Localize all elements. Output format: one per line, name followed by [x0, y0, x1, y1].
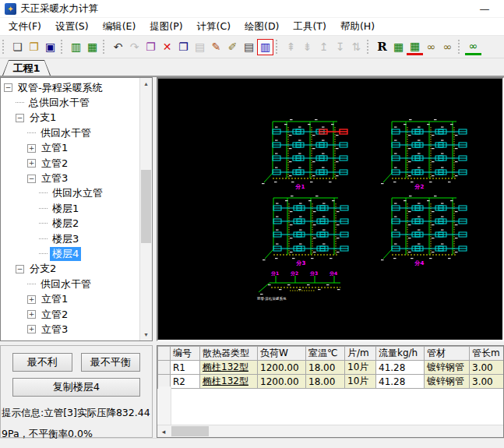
menu-item-7[interactable]: 工具(T) [286, 19, 333, 35]
cell-管长m[interactable]: 3.00 [470, 375, 504, 389]
cell-散热器类型[interactable]: 椭柱132型 [200, 361, 258, 375]
tree-label: 立管1 [39, 141, 70, 155]
cell-室温℃[interactable]: 18.00 [306, 361, 345, 375]
most-unfavorable-button[interactable]: 最不利 [12, 353, 72, 372]
tree-item-立管3[interactable]: −立管3 [1, 171, 152, 185]
cell-室温℃[interactable]: 18.00 [306, 375, 345, 389]
menu-item-1[interactable]: 文件(F) [2, 19, 48, 35]
expand-icon[interactable]: + [27, 159, 36, 168]
cell-片/m[interactable]: 10片 [345, 375, 376, 389]
new-file-button[interactable]: ❏ [9, 39, 26, 55]
cell-负荷W[interactable]: 1200.00 [258, 375, 306, 389]
recalculate-button[interactable]: R [374, 39, 390, 55]
riser-diagram-button[interactable]: ▥ [68, 39, 84, 55]
tree-item-楼层1[interactable]: 楼层1 [1, 201, 152, 216]
menu-item-4[interactable]: 提图(P) [143, 19, 189, 35]
column-header-管长m: 管长m [470, 347, 504, 361]
expand-icon[interactable]: + [27, 310, 36, 319]
tree-item-立管2[interactable]: +立管2 [1, 156, 152, 171]
tree-item-楼层2[interactable]: 楼层2 [1, 217, 152, 231]
svg-text:分3: 分3 [309, 270, 318, 277]
tree-item-供回水立管[interactable]: 供回水立管 [1, 186, 152, 201]
tree-item-立管1[interactable]: +立管1 [1, 291, 152, 306]
cell-编号[interactable]: R1 [171, 361, 200, 375]
cell-编号[interactable]: R2 [171, 375, 200, 389]
column-header-编号: 编号 [171, 347, 200, 361]
output-table-button[interactable]: ▦ [407, 39, 423, 55]
undo-button[interactable]: ↶ [110, 39, 126, 55]
tree-item-立管1[interactable]: +立管1 [1, 141, 152, 156]
tree-label: 立管3 [39, 171, 70, 185]
toolbar-grip [103, 40, 108, 54]
tree-item-总供回水干管[interactable]: 总供回水干管 [1, 95, 152, 110]
tab-bar: 工程1 [0, 58, 504, 77]
menu-item-3[interactable]: 编辑(E) [96, 19, 143, 35]
bottom-area: 最不利 最不平衡 复制楼层4 提示信息:立管[3]实际压降832.44 9Pa，… [0, 345, 504, 438]
toolbar-grip [367, 40, 372, 54]
save-button[interactable]: ▣ [42, 39, 58, 55]
scroll-up-icon[interactable]: ▴ [140, 78, 152, 90]
tree-item-立管2[interactable]: +立管2 [1, 307, 152, 322]
collapse-icon[interactable]: − [4, 83, 12, 92]
cell-片/m[interactable]: 10片 [345, 361, 376, 375]
scroll-down-icon[interactable]: ▾ [140, 329, 152, 340]
tree-connector [27, 132, 36, 134]
load-record-button[interactable]: ✐ [224, 39, 241, 55]
find-text-button[interactable]: ∞ [423, 39, 439, 55]
table-scrollbar-thumb[interactable] [171, 426, 209, 436]
minimize-button[interactable]: — [474, 3, 495, 15]
system-table-button[interactable]: ▦ [84, 39, 100, 55]
tree-item-立管3[interactable]: +立管3 [1, 322, 152, 337]
delete-button[interactable]: ✕ [159, 39, 175, 55]
menu-item-2[interactable]: 设置(S) [48, 19, 96, 35]
open-file-button[interactable]: ❐ [26, 39, 42, 55]
collapse-icon[interactable]: − [16, 265, 24, 273]
tree-item-楼层3[interactable]: 楼层3 [1, 231, 152, 246]
window-title: 天正采暖水力计算 [20, 2, 98, 16]
cell-散热器类型[interactable]: 椭柱132型 [200, 375, 258, 389]
menu-item-6[interactable]: 绘图(D) [238, 19, 286, 35]
cell-流量kg/h[interactable]: 41.28 [376, 375, 425, 389]
edit-record-button[interactable]: ✎ [208, 39, 224, 55]
tree-item-供回水干管[interactable]: 供回水干管 [1, 277, 152, 291]
export-button[interactable]: ▤ [241, 39, 257, 55]
find-button[interactable]: ∞ [439, 39, 456, 55]
tree-item-楼层4[interactable]: 楼层4 [1, 246, 152, 261]
svg-text:分1: 分1 [270, 270, 279, 277]
link-button[interactable]: ∞ [465, 39, 481, 55]
table-h-scrollbar[interactable]: ◂ [157, 425, 503, 437]
input-table-button[interactable]: ▦ [390, 39, 407, 55]
tree-scrollbar-thumb[interactable] [141, 170, 151, 243]
column-header-片/m: 片/m [345, 347, 376, 361]
expand-icon[interactable]: + [27, 325, 36, 333]
toolbar-grip [61, 40, 66, 54]
collapse-icon[interactable]: − [27, 175, 36, 183]
tab-project1[interactable]: 工程1 [2, 60, 51, 76]
tree-item-分支2[interactable]: −分支2 [1, 262, 152, 277]
cell-流量kg/h[interactable]: 41.28 [376, 361, 425, 375]
row-selector[interactable] [158, 361, 171, 375]
menu-item-8[interactable]: 帮助(H) [333, 19, 382, 35]
expand-icon[interactable]: + [27, 295, 36, 304]
menu-item-5[interactable]: 计算(C) [190, 19, 238, 35]
replace-button[interactable]: ❐ [143, 39, 159, 55]
cad-canvas[interactable]: 分1分2分3分4分1分2分3分4双管-异程采暖系统 [158, 79, 502, 340]
tree-item-双管-异程采暖系统[interactable]: −双管-异程采暖系统 [1, 80, 152, 95]
tree-item-供回水干管[interactable]: 供回水干管 [1, 125, 152, 140]
cell-管材[interactable]: 镀锌钢管 [425, 361, 470, 375]
svg-text:双管-异程采暖系统: 双管-异程采暖系统 [257, 296, 287, 302]
svg-text:分2: 分2 [290, 270, 298, 277]
copy-button[interactable]: ❐ [175, 39, 192, 55]
collapse-icon[interactable]: − [16, 114, 24, 122]
scroll-left-icon[interactable]: ◂ [157, 428, 170, 436]
most-unbalanced-button[interactable]: 最不平衡 [81, 353, 141, 372]
tree-item-分支1[interactable]: −分支1 [1, 111, 152, 125]
cell-管材[interactable]: 镀锌钢管 [425, 375, 470, 389]
copy-floor-button[interactable]: 复制楼层4 [12, 378, 140, 397]
expand-icon[interactable]: + [27, 144, 36, 153]
cell-负荷W[interactable]: 1200.00 [258, 361, 306, 375]
tree-scrollbar[interactable]: ▴ ▾ [139, 78, 152, 340]
current-riser-button[interactable]: ▥ [257, 39, 273, 55]
toolbar-grip [458, 40, 463, 54]
cell-管长m[interactable]: 3.00 [470, 361, 504, 375]
